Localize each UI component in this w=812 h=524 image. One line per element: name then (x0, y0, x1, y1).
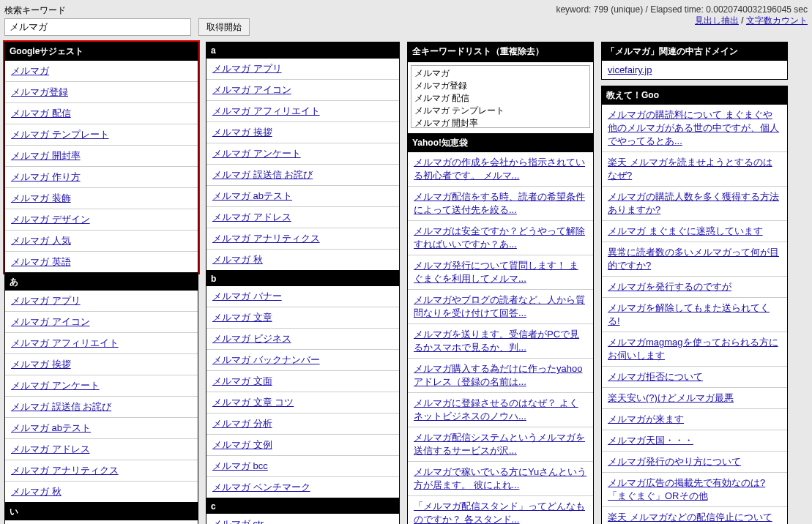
list-item: メルマガ 文章 コツ (206, 392, 399, 413)
keyword-link[interactable]: メルマガ 配信 (11, 108, 71, 119)
keyword-link[interactable]: メルマガ テンプレート (11, 129, 109, 140)
keyword-link[interactable]: メルマガ 挨拶 (11, 359, 71, 370)
google-suggest-block: Googleサジェスト メルマガメルマガ登録メルマガ 配信メルマガ テンプレート… (4, 42, 198, 273)
keyword-link[interactable]: メルマガ バナー (212, 291, 282, 302)
keyword-link[interactable]: メルマガ まぐまぐに迷惑しています (608, 225, 763, 236)
keyword-link[interactable]: メルマガ購入する為だけに作ったyahooアドレス（登録の名前は... (414, 363, 582, 387)
list-item: メルマガの購読人数を多く獲得する方法ありますか? (602, 186, 787, 220)
hiragana-i-block: い メルマガ 意味メルマガ 一括解除メルマガ イラスト (4, 503, 198, 524)
keyword-link[interactable]: メルマガ 文面 (212, 375, 272, 386)
alpha-c-list: メルマガ ctrメルマガ チケットメルマガ 中文 (206, 514, 399, 524)
link-heading-extract[interactable]: 見出し抽出 (695, 15, 739, 26)
keyword-link[interactable]: メルマガ アナリティクス (11, 465, 119, 476)
keyword-link[interactable]: メルマガ アフィリエイト (212, 105, 320, 116)
hiragana-a-header: あ (5, 274, 198, 291)
keyword-link[interactable]: メルマガを解除してもまた送られてくる! (608, 302, 770, 326)
keyword-link[interactable]: メルマガ 文章 コツ (212, 397, 294, 408)
keyword-link[interactable]: メルマガの作成を会社から指示されている初心者です。 メルマ... (414, 157, 585, 181)
keyword-link[interactable]: メルマガ (11, 65, 49, 76)
keyword-link[interactable]: メルマガ アナリティクス (212, 233, 320, 244)
keyword-link[interactable]: メルマガmagmagを使っておられる方にお伺いします (608, 337, 778, 361)
keyword-link[interactable]: メルマガ abテスト (11, 422, 91, 433)
keyword-link[interactable]: 楽天 メルマガなどの配信停止について (608, 512, 772, 523)
keyword-link[interactable]: メルマガ ビジネス (212, 333, 291, 344)
keyword-link[interactable]: メルマガ bcc (212, 460, 268, 471)
keyword-link[interactable]: メルマガ拒否について (608, 371, 703, 382)
keyword-link[interactable]: メルマガ ベンチマーク (212, 482, 310, 493)
keyword-link[interactable]: メルマガは安全ですか？どうやって解除すればいいですか？あ... (414, 225, 585, 250)
keyword-link[interactable]: メルマガの購読人数を多く獲得する方法ありますか? (608, 191, 779, 215)
keyword-link[interactable]: メルマガ広告の掲載先で有効なのは?「まぐまぐ」ORその他 (608, 477, 765, 501)
keyword-link[interactable]: メルマガ 人気 (11, 235, 71, 246)
keyword-link[interactable]: メルマガ 秋 (212, 254, 263, 265)
list-item: メルマガ ビジネス (206, 328, 399, 349)
alpha-b-list: メルマガ バナーメルマガ 文章メルマガ ビジネスメルマガ バックナンバーメルマガ… (206, 286, 399, 498)
keyword-link[interactable]: メルマガ ctr (212, 518, 264, 524)
keyword-link[interactable]: メルマガ 文例 (212, 439, 272, 450)
list-item: メルマガに登録させるのはなぜ？ よくネットビジネスのノウハ... (408, 392, 593, 427)
keyword-link[interactable]: メルマガ発行について質問します！ まぐまぐを利用してメルマ... (414, 260, 578, 284)
keyword-link[interactable]: メルマガ 文章 (212, 312, 272, 323)
keyword-link[interactable]: メルマガ 装飾 (11, 192, 71, 203)
list-item: メルマガ 装飾 (5, 187, 198, 209)
list-item: 異常に読者数の多いメルマガって何が目的ですか? (602, 242, 787, 276)
keyword-link[interactable]: メルマガ アドレス (212, 212, 291, 222)
keyword-link[interactable]: メルマガ 英語 (11, 256, 71, 267)
list-item: 楽天 メルマガなどの配信停止について (602, 506, 787, 524)
keyword-link[interactable]: メルマガ登録 (11, 86, 68, 97)
keyword-link[interactable]: メルマガ 秋 (11, 486, 62, 497)
yahoo-header: Yahoo!知恵袋 (408, 134, 593, 152)
list-item: メルマガが来ます (602, 408, 787, 430)
keyword-link[interactable]: メルマガに登録させるのはなぜ？ よくネットビジネスのノウハ... (414, 397, 578, 422)
keyword-link[interactable]: メルマガ アンケート (212, 148, 301, 159)
google-suggest-header: Googleサジェスト (5, 42, 198, 61)
list-item: 楽天安い(?)けどメルマガ最悪 (602, 387, 787, 408)
keyword-link[interactable]: メルマガ 開封率 (11, 150, 81, 161)
keyword-link[interactable]: vicefairy.jp (608, 64, 652, 75)
keyword-link[interactable]: 楽天 メルマガを読ませようとするのはなぜ? (608, 157, 772, 181)
keyword-link[interactable]: 「メルマガ配信スタンド」ってどんなものですか？ 各スタンド... (414, 501, 585, 524)
list-item: メルマガ 文面 (206, 370, 399, 392)
col-2: a メルマガ アプリメルマガ アイコンメルマガ アフィリエイトメルマガ 挨拶メル… (206, 42, 400, 524)
keyword-link[interactable]: メルマガ アプリ (212, 63, 282, 74)
keyword-link[interactable]: メルマガ デザイン (11, 214, 90, 225)
keyword-link[interactable]: メルマガを発行するのですが (608, 281, 731, 292)
list-item: メルマガ登録 (5, 81, 198, 102)
keyword-link[interactable]: メルマガ abテスト (212, 190, 292, 201)
keyword-link[interactable]: メルマガが来ます (608, 413, 684, 424)
keyword-link[interactable]: メルマガ アンケート (11, 380, 100, 391)
keyword-link[interactable]: メルマガ配信システムというメルマガを送信するサービスが沢... (414, 432, 585, 456)
all-keywords-textarea[interactable] (411, 65, 590, 128)
keyword-link[interactable]: メルマガ 作り方 (11, 171, 81, 182)
keyword-link[interactable]: メルマガ アドレス (11, 443, 90, 454)
keyword-link[interactable]: メルマガ配信をする時、読者の希望条件によって送付先を絞る... (414, 191, 585, 215)
keyword-link[interactable]: メルマガ天国・・・ (608, 435, 693, 446)
list-item: メルマガ 意味 (5, 520, 198, 524)
link-char-count[interactable]: 文字数カウント (746, 15, 808, 26)
keyword-link[interactable]: 楽天安い(?)けどメルマガ最悪 (608, 392, 734, 403)
keyword-link[interactable]: メルマガの購読料について まぐまぐや他のメルマガがある世の中ですが、個人でやって… (608, 109, 779, 146)
keyword-link[interactable]: 異常に読者数の多いメルマガって何が目的ですか? (608, 247, 779, 271)
keyword-link[interactable]: メルマガ バックナンバー (212, 354, 320, 365)
col-4: 「メルマガ」関連の中古ドメイン vicefairy.jp 教えて！Goo メルマ… (601, 42, 788, 524)
keyword-link[interactable]: メルマガ発行のやり方について (608, 456, 741, 467)
hiragana-i-list: メルマガ 意味メルマガ 一括解除メルマガ イラスト (5, 520, 198, 524)
keyword-link[interactable]: メルマガ アイコン (212, 84, 291, 95)
start-button[interactable]: 取得開始 (198, 18, 250, 36)
search-input[interactable] (4, 18, 191, 36)
keyword-link[interactable]: メルマガ アフィリエイト (11, 337, 119, 348)
keyword-link[interactable]: メルマガ 分析 (212, 418, 272, 429)
keyword-link[interactable]: メルマガ アイコン (11, 316, 90, 327)
keyword-link[interactable]: メルマガで稼いでいる方にYuさんという方が居ます。 彼によれ... (414, 466, 586, 490)
keyword-link[interactable]: メルマガを送ります。受信者がPCで見るかスマホで見るか、判... (414, 329, 579, 353)
keyword-link[interactable]: メルマガ 誤送信 お詫び (212, 169, 313, 180)
alpha-a-header: a (206, 42, 399, 59)
keyword-link[interactable]: メルマガ 誤送信 お詫び (11, 401, 111, 412)
list-item: メルマガは安全ですか？どうやって解除すればいいですか？あ... (408, 220, 593, 255)
list-item: メルマガ (5, 61, 198, 81)
keyword-link[interactable]: メルマガやブログの読者など、人から質問なりを受け付けて回答... (414, 294, 585, 318)
keyword-link[interactable]: メルマガ 挨拶 (212, 127, 272, 138)
domain-block: 「メルマガ」関連の中古ドメイン vicefairy.jp (601, 42, 788, 80)
keyword-link[interactable]: メルマガ アプリ (11, 295, 81, 306)
alpha-b-block: b メルマガ バナーメルマガ 文章メルマガ ビジネスメルマガ バックナンバーメル… (206, 271, 400, 498)
